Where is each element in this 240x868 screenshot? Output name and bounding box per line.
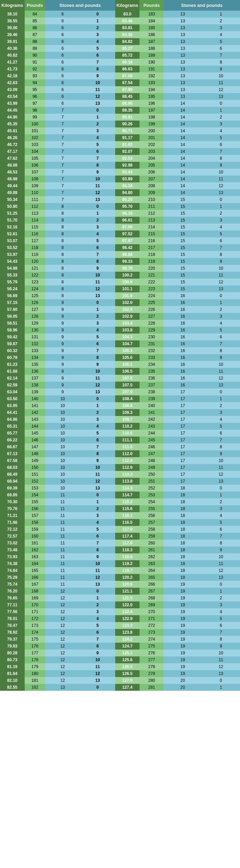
cell-0: 45.81 (0, 127, 25, 134)
cell-7: 8 (202, 347, 240, 354)
cell-6: 18 (164, 574, 202, 581)
cell-4: 106.5 (115, 368, 140, 375)
cell-4: 109.7 (115, 416, 140, 423)
cell-0: 66.67 (0, 443, 25, 450)
table-row: 52.161158397.06214154 (0, 224, 240, 230)
cell-1: 146 (25, 437, 45, 443)
cell-5: 262 (140, 553, 164, 560)
cell-0: 47.62 (0, 155, 25, 162)
cell-7: 6 (202, 237, 240, 244)
cell-3: 1 (80, 402, 115, 409)
cell-2: 6 (45, 52, 80, 59)
cell-7: 9 (202, 546, 240, 553)
cell-1: 88 (25, 38, 45, 45)
cell-6: 18 (164, 485, 202, 492)
cell-1: 121 (25, 265, 45, 272)
cell-7: 10 (202, 72, 240, 79)
cell-2: 9 (45, 382, 80, 388)
cell-1: 102 (25, 134, 45, 141)
cell-3: 12 (80, 189, 115, 196)
cell-7: 10 (202, 265, 240, 272)
cell-3: 2 (80, 505, 115, 512)
cell-4: 104.7 (115, 340, 140, 347)
table-row: 56.69125813101.6224160 (0, 292, 240, 299)
cell-4: 106.1 (115, 361, 140, 368)
cell-6: 16 (164, 375, 202, 382)
cell-0: 60.32 (0, 347, 25, 354)
cell-2: 11 (45, 519, 80, 526)
table-row: 80.731781210125.62771911 (0, 656, 240, 663)
cell-7: 7 (202, 148, 240, 155)
cell-1: 167 (25, 581, 45, 588)
cell-3: 4 (80, 519, 115, 526)
cell-0: 75.29 (0, 574, 25, 581)
cell-3: 0 (80, 299, 115, 306)
cell-5: 239 (140, 395, 164, 402)
cell-7: 13 (202, 670, 240, 677)
table-row: 42.639461087.541931311 (0, 79, 240, 86)
cell-3: 3 (80, 416, 115, 423)
cell-5: 245 (140, 437, 164, 443)
cell-1: 152 (25, 478, 45, 485)
cell-1: 91 (25, 59, 45, 66)
table-row: 68.941521012113.82511713 (0, 478, 240, 485)
cell-2: 10 (45, 457, 80, 464)
cell-0: 49.44 (0, 182, 25, 189)
cell-6: 19 (164, 650, 202, 656)
cell-0: 58.05 (0, 313, 25, 320)
cell-3: 5 (80, 237, 115, 244)
cell-0: 74.38 (0, 560, 25, 567)
cell-1: 174 (25, 629, 45, 636)
cell-7: 2 (202, 402, 240, 409)
cell-6: 13 (164, 86, 202, 93)
cell-2: 8 (45, 237, 80, 244)
cell-5: 243 (140, 423, 164, 430)
cell-3: 9 (80, 265, 115, 272)
conversion-table: KilogramsPoundsStones and poundsKilogram… (0, 0, 240, 691)
cell-3: 12 (80, 478, 115, 485)
cell-6: 14 (164, 121, 202, 127)
cell-0: 42.63 (0, 79, 25, 86)
cell-3: 10 (80, 560, 115, 567)
cell-0: 43.99 (0, 100, 25, 107)
cell-0: 78.47 (0, 622, 25, 629)
cell-1: 149 (25, 457, 45, 464)
cell-1: 160 (25, 533, 45, 540)
table-row: 81.191791211126.02781912 (0, 663, 240, 670)
cell-3: 13 (80, 677, 115, 684)
cell-0: 66.22 (0, 437, 25, 443)
cell-3: 6 (80, 533, 115, 540)
cell-6: 14 (164, 107, 202, 114)
cell-6: 17 (164, 437, 202, 443)
table-row: 39.00866283.91185133 (0, 24, 240, 31)
cell-0: 78.01 (0, 615, 25, 622)
table-row: 73.93163119118.82621810 (0, 553, 240, 560)
table-row: 66.22146106111.1245177 (0, 437, 240, 443)
cell-5: 204 (140, 155, 164, 162)
cell-5: 268 (140, 595, 164, 601)
cell-4: 92.07 (115, 148, 140, 155)
cell-3: 13 (80, 388, 115, 395)
cell-2: 10 (45, 437, 80, 443)
cell-4: 95.25 (115, 196, 140, 203)
table-row: 71.21157113116.1256184 (0, 512, 240, 519)
cell-6: 20 (164, 684, 202, 691)
cell-2: 7 (45, 189, 80, 196)
cell-4: 122.9 (115, 615, 140, 622)
cell-2: 7 (45, 114, 80, 121)
cell-5: 198 (140, 114, 164, 121)
cell-0: 39.46 (0, 31, 25, 38)
cell-7: 2 (202, 114, 240, 121)
cell-5: 279 (140, 670, 164, 677)
cell-7: 7 (202, 533, 240, 540)
cell-5: 194 (140, 86, 164, 93)
cell-0: 39.00 (0, 24, 25, 31)
cell-2: 10 (45, 443, 80, 450)
cell-0: 81.64 (0, 670, 25, 677)
table-row: 39.46876384.36186134 (0, 31, 240, 38)
cell-6: 19 (164, 663, 202, 670)
cell-0: 52.61 (0, 230, 25, 237)
cell-1: 163 (25, 553, 45, 560)
cell-7: 5 (202, 230, 240, 237)
cell-6: 15 (164, 244, 202, 251)
